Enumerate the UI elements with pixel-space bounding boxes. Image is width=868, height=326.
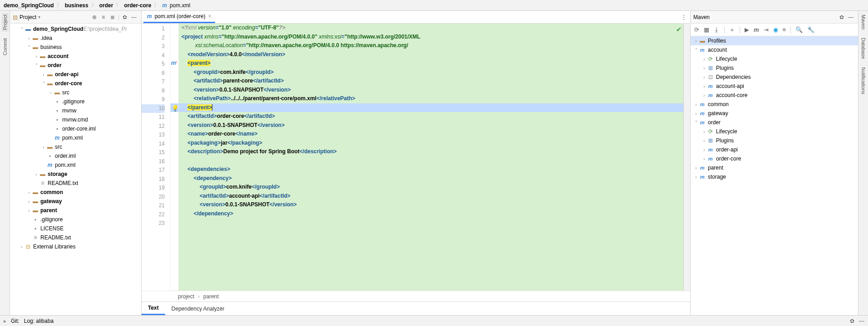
tree-chevron-icon[interactable]: › (693, 175, 699, 180)
right-tab-database[interactable]: Database (860, 36, 867, 61)
status-log-label[interactable]: Log: alibaba (24, 318, 54, 324)
tree-chevron-icon[interactable]: › (701, 129, 707, 134)
maven-reload-icon[interactable]: ⟳ (694, 26, 699, 33)
tree-item[interactable]: mpom.xml (10, 161, 141, 170)
tree-chevron-icon[interactable]: › (41, 72, 46, 77)
code-line[interactable]: <artifactId>order-core</artifactId> (179, 112, 690, 121)
collapse-all-icon[interactable]: ≣ (108, 13, 117, 22)
tree-chevron-icon[interactable]: › (26, 36, 32, 41)
code-line[interactable]: <packaging>jar</packaging> (179, 139, 690, 148)
tree-chevron-icon[interactable]: › (693, 102, 699, 107)
editor-structure-crumb[interactable]: project › parent (142, 291, 690, 302)
maven-tree-item[interactable]: ˅morder (691, 118, 858, 127)
tree-item[interactable]: ›▬common (10, 188, 141, 197)
tree-item[interactable]: ˅▬business (10, 43, 141, 52)
lower-tab-text[interactable]: Text (142, 302, 165, 315)
status-indent-icon[interactable]: ▸ (4, 318, 6, 324)
tree-item[interactable]: ▪LICENSE (10, 224, 141, 233)
project-panel-title[interactable]: ▤ Project ▾ (13, 14, 40, 20)
tree-chevron-icon[interactable]: › (48, 90, 54, 95)
code-line[interactable]: <dependency> (179, 174, 690, 183)
maven-tree-item[interactable]: ›mstorage (691, 172, 858, 181)
maven-settings-icon[interactable]: ✿ (837, 13, 846, 22)
maven-tree[interactable]: ›▬Profiles˅maccount›⟳Lifecycle›⊞Plugins›… (691, 36, 858, 315)
tree-item[interactable]: ≡README.txt (10, 179, 141, 188)
code-line[interactable]: xsi:schemaLocation="http://maven.apache.… (179, 41, 690, 50)
tree-item[interactable]: ▪.gitignore (10, 215, 141, 224)
maven-tree-item[interactable]: ›▬Profiles (691, 36, 858, 45)
code-line[interactable]: <modelVersion>4.0.0</modelVersion> (179, 50, 690, 59)
maven-tree-item[interactable]: ›morder-core (691, 154, 858, 163)
tree-chevron-icon[interactable]: › (701, 93, 707, 98)
code-line[interactable]: <dependencies> (179, 165, 690, 174)
code-line[interactable]: <version>0.0.1-SNAPSHOT</version> (179, 121, 690, 130)
tree-item[interactable]: ›▬src (10, 142, 141, 151)
code-line[interactable]: <relativePath>../../../parent/parent-cor… (179, 94, 690, 103)
tree-item[interactable]: ▪mvnw.cmd (10, 115, 141, 124)
code-line[interactable]: <groupId>com.knife</groupId> (179, 68, 690, 77)
breadcrumb-segment[interactable]: order-core (124, 2, 151, 9)
locate-icon[interactable]: ⊕ (90, 13, 99, 22)
maven-tree-item[interactable]: ›⊞Plugins (691, 63, 858, 73)
editor-gutter[interactable]: 1234567891011121314151617181920212223 (142, 24, 171, 291)
tree-item[interactable]: ›▬gateway (10, 197, 141, 206)
code-line[interactable]: <version>0.0.1-SNAPSHOT</version> (179, 200, 690, 209)
maven-toggle-skip-tests-icon[interactable]: ⇥ (764, 26, 769, 33)
project-tree[interactable]: ˅▬demo_SpringCloud E:\project\Idea_Pr›▬.… (10, 24, 141, 315)
tree-item[interactable]: ▪order-core.iml (10, 124, 141, 133)
maven-hide-icon[interactable]: — (846, 13, 855, 22)
status-git-label[interactable]: Git: (11, 318, 20, 324)
expand-all-icon[interactable]: ≡ (99, 13, 108, 22)
code-line[interactable]: </dependency> (179, 209, 690, 219)
tree-chevron-icon[interactable]: › (701, 138, 707, 143)
tree-chevron-icon[interactable]: ˅ (19, 27, 25, 32)
tree-chevron-icon[interactable]: › (693, 39, 699, 44)
breadcrumb-segment[interactable]: demo_SpringCloud (4, 2, 54, 9)
maven-tree-item[interactable]: ˅maccount (691, 45, 858, 54)
breadcrumb-segment[interactable]: order (99, 2, 113, 9)
inspection-ok-icon[interactable]: ✔ (676, 25, 682, 34)
tree-chevron-icon[interactable]: › (701, 156, 707, 161)
code-line[interactable]: <groupId>com.knife</groupId> (179, 183, 690, 192)
settings-icon[interactable]: ✿ (120, 13, 129, 22)
tree-item[interactable]: ▪mvnw (10, 106, 141, 115)
editor-tab-pom[interactable]: m pom.xml (order-core) × (143, 11, 215, 23)
maven-tree-item[interactable]: ›⊡Dependencies (691, 73, 858, 82)
tree-chevron-icon[interactable]: › (34, 172, 39, 177)
editor-body[interactable]: 1234567891011121314151617181920212223 m↑… (142, 24, 690, 291)
tree-chevron-icon[interactable]: › (701, 75, 707, 80)
status-hide-icon[interactable]: — (859, 318, 864, 324)
status-settings-icon[interactable]: ✿ (850, 318, 854, 324)
tree-item[interactable]: ›▬.idea (10, 34, 141, 43)
editor-tabs-more-icon[interactable]: ⋮ (681, 14, 690, 20)
code-line[interactable]: <project xmlns="http://maven.apache.org/… (179, 33, 690, 42)
tree-item[interactable]: ›▬storage (10, 170, 141, 179)
maven-find-icon[interactable]: 🔍 (795, 26, 803, 33)
code-line[interactable] (179, 218, 690, 227)
tree-chevron-icon[interactable]: ˅ (34, 63, 39, 68)
tree-item[interactable]: ›▬src (10, 88, 141, 97)
tree-chevron-icon[interactable]: › (26, 190, 32, 195)
tree-item[interactable]: ≡README.txt (10, 233, 141, 242)
tree-chevron-icon[interactable]: ˅ (26, 45, 32, 50)
maven-tree-item[interactable]: ›⊞Plugins (691, 136, 858, 145)
code-line[interactable]: <parent> (179, 59, 690, 68)
tree-chevron-icon[interactable]: › (701, 66, 707, 71)
intention-bulb-icon[interactable]: 💡 (172, 105, 179, 112)
code-line[interactable] (179, 156, 690, 165)
maven-generate-sources-icon[interactable]: ▦ (704, 26, 709, 33)
editor-marker-strip[interactable]: m↑💡 (171, 24, 179, 291)
breadcrumb-segment[interactable]: business (65, 2, 88, 9)
code-line[interactable]: <?xml version="1.0" encoding="UTF-8"?> (179, 24, 690, 33)
maven-tree-item[interactable]: ›maccount-core (691, 91, 858, 100)
tree-chevron-icon[interactable]: ˅ (693, 48, 699, 53)
tree-chevron-icon[interactable]: › (19, 244, 25, 249)
maven-tree-item[interactable]: ›⟳Lifecycle (691, 127, 858, 136)
tree-item[interactable]: ›▬parent (10, 206, 141, 215)
tree-chevron-icon[interactable]: › (701, 147, 707, 152)
left-tab-project[interactable]: Project (1, 13, 9, 32)
code-line[interactable]: <description>Demo project for Spring Boo… (179, 147, 690, 156)
tree-chevron-icon[interactable]: ˅ (693, 120, 699, 125)
tree-chevron-icon[interactable]: › (34, 54, 39, 59)
tree-item[interactable]: mpom.xml (10, 133, 141, 142)
